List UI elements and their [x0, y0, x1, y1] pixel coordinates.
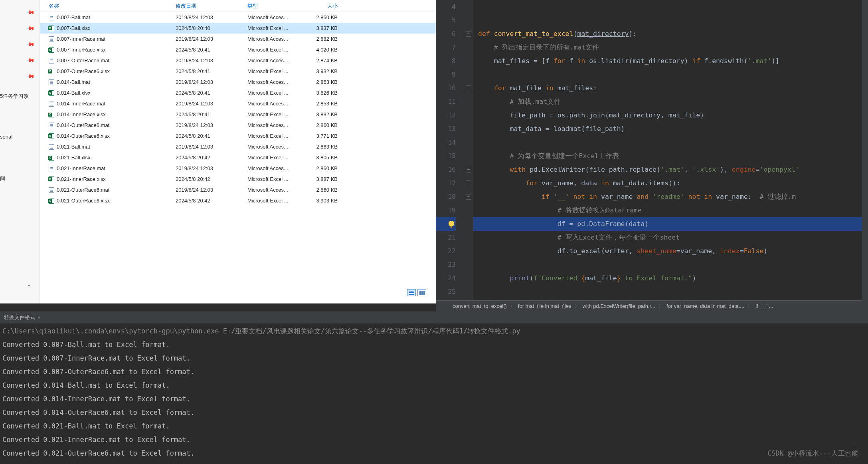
file-row[interactable]: 0.014-InnerRace.xlsx2024/5/8 20:41Micros…	[40, 109, 436, 120]
file-size: 3,832 KB	[306, 111, 345, 117]
excel-icon	[49, 26, 57, 31]
file-type: Microsoft Excel ...	[247, 25, 306, 31]
breadcrumb-item[interactable]: for mat_file in mat_files	[512, 303, 577, 309]
file-row[interactable]: 0.021-InnerRace.mat2019/8/24 12:03Micros…	[40, 163, 436, 174]
file-name: 0.021-InnerRace.mat	[57, 165, 176, 171]
code-line[interactable]: # 加载.mat文件	[473, 95, 868, 109]
table-icon	[49, 166, 57, 171]
view-icons-button[interactable]	[417, 289, 426, 296]
pin-icon: 📌	[26, 71, 35, 80]
file-row[interactable]: 0.021-Ball.mat2019/8/24 12:03Microsoft A…	[40, 141, 436, 152]
code-line[interactable]: df = pd.DataFrame(data)	[473, 217, 868, 231]
line-number: 20	[436, 217, 456, 231]
file-row[interactable]: 0.014-OuterRace6.mat2019/8/24 12:03Micro…	[40, 120, 436, 131]
code-line[interactable]: with pd.ExcelWriter(file_path.replace('.…	[473, 163, 868, 176]
file-size: 2,860 KB	[306, 187, 345, 193]
file-row[interactable]: 0.014-Ball.xlsx2024/5/8 20:41Microsoft E…	[40, 87, 436, 98]
code-line[interactable]: if '__' not in var_name and 'readme' not…	[473, 190, 868, 204]
file-row[interactable]: 0.007-OuterRace6.mat2019/8/24 12:03Micro…	[40, 55, 436, 66]
fold-icon[interactable]: −	[466, 85, 471, 91]
excel-icon	[49, 69, 57, 74]
code-area[interactable]: 45678910111213141516171819202122232425 −…	[436, 0, 868, 300]
table-icon	[49, 58, 57, 63]
file-type: Microsoft Excel ...	[247, 133, 306, 139]
fold-icon[interactable]: −	[466, 194, 471, 200]
chevron-down-icon[interactable]: ⌄	[27, 281, 32, 288]
terminal-line: Converted 0.021-Ball.mat to Excel format…	[2, 419, 866, 433]
code-line[interactable]: print(f"Converted {mat_file} to Excel fo…	[473, 272, 868, 285]
code-line[interactable]	[473, 285, 868, 299]
file-name: 0.014-InnerRace.mat	[57, 101, 176, 107]
sidebar-item-label[interactable]: 间	[0, 175, 5, 182]
code-line[interactable]: file_path = os.path.join(mat_directory, …	[473, 109, 868, 122]
scrollbar[interactable]	[862, 0, 868, 311]
code-line[interactable]: # 将数据转换为DataFrame	[473, 204, 868, 217]
pin-icon: 📌	[26, 55, 35, 64]
file-date: 2019/8/24 12:03	[176, 165, 247, 171]
column-name[interactable]: 名称	[49, 2, 176, 10]
line-number: 7	[436, 41, 456, 54]
terminal-output[interactable]: C:\Users\qiaolikui\.conda\envs\pytorch-g…	[0, 323, 868, 461]
file-row[interactable]: 0.007-Ball.mat2019/8/24 12:03Microsoft A…	[40, 12, 436, 23]
code-line[interactable]: for mat_file in mat_files:	[473, 81, 868, 95]
table-icon	[49, 123, 57, 128]
code-line[interactable]: # 为每个变量创建一个Excel工作表	[473, 149, 868, 163]
file-name: 0.007-Ball.xlsx	[57, 25, 176, 31]
file-row[interactable]: 0.007-Ball.xlsx2024/5/8 20:40Microsoft E…	[40, 23, 436, 34]
line-number: 14	[436, 136, 456, 149]
breadcrumb-item[interactable]: for var_name, data in mat_data....	[661, 303, 750, 309]
line-number: 5	[436, 14, 456, 27]
code-line[interactable]: df.to_excel(writer, sheet_name=var_name,…	[473, 244, 868, 258]
column-size[interactable]: 大小	[306, 2, 345, 10]
terminal-tab[interactable]: 转换文件格式 ×	[0, 311, 45, 324]
file-type: Microsoft Acces...	[247, 144, 306, 150]
file-row[interactable]: 0.014-OuterRace6.xlsx2024/5/8 20:41Micro…	[40, 131, 436, 141]
code-line[interactable]: mat_data = loadmat(file_path)	[473, 122, 868, 136]
file-name: 0.014-InnerRace.xlsx	[57, 111, 176, 117]
column-date[interactable]: 修改日期	[176, 2, 247, 10]
code-line[interactable]: # 写入Excel文件，每个变量一个sheet	[473, 231, 868, 244]
code-line[interactable]	[473, 136, 868, 149]
view-details-button[interactable]	[407, 289, 416, 296]
column-type[interactable]: 类型	[247, 2, 306, 10]
code-line[interactable]: mat_files = [f for f in os.listdir(mat_d…	[473, 54, 868, 68]
sidebar-item-label[interactable]: sonal	[0, 134, 12, 140]
close-icon[interactable]: ×	[38, 311, 41, 324]
code-lines[interactable]: def convert_mat_to_excel(mat_directory):…	[473, 0, 868, 300]
code-line[interactable]	[473, 68, 868, 81]
file-list-header: 名称 修改日期 类型 大小	[40, 0, 436, 12]
line-number: 21	[436, 231, 456, 244]
file-type: Microsoft Acces...	[247, 79, 306, 85]
fold-icon[interactable]: −	[466, 167, 471, 173]
file-date: 2019/8/24 12:03	[176, 122, 247, 128]
code-line[interactable]	[473, 0, 868, 14]
terminal-line: Converted 0.021-OuterRace6.mat to Excel …	[2, 446, 866, 460]
code-line[interactable]: # 列出指定目录下的所有.mat文件	[473, 41, 868, 54]
file-row[interactable]: 0.021-OuterRace6.mat2019/8/24 12:03Micro…	[40, 184, 436, 195]
file-row[interactable]: 0.007-InnerRace.xlsx2024/5/8 20:41Micros…	[40, 44, 436, 55]
file-row[interactable]: 0.014-Ball.mat2019/8/24 12:03Microsoft A…	[40, 77, 436, 87]
file-type: Microsoft Acces...	[247, 36, 306, 42]
file-row[interactable]: 0.021-OuterRace6.xlsx2024/5/8 20:42Micro…	[40, 195, 436, 206]
file-size: 2,860 KB	[306, 165, 345, 171]
lightbulb-icon[interactable]	[449, 221, 454, 226]
file-type: Microsoft Acces...	[247, 122, 306, 128]
file-size: 2,882 KB	[306, 36, 345, 42]
sidebar-item-label[interactable]: 5任务学习改	[0, 93, 29, 100]
code-line[interactable]: def convert_mat_to_excel(mat_directory):	[473, 27, 868, 41]
file-name: 0.014-Ball.mat	[57, 79, 176, 85]
code-line[interactable]	[473, 258, 868, 272]
file-list[interactable]: 0.007-Ball.mat2019/8/24 12:03Microsoft A…	[40, 12, 436, 303]
file-row[interactable]: 0.021-InnerRace.xlsx2024/5/8 20:42Micros…	[40, 174, 436, 184]
fold-icon[interactable]: −	[466, 180, 471, 186]
breadcrumb-item[interactable]: if '__' ...	[750, 303, 779, 309]
file-row[interactable]: 0.007-InnerRace.mat2019/8/24 12:03Micros…	[40, 34, 436, 44]
breadcrumb-item[interactable]: convert_mat_to_excel()	[447, 303, 512, 309]
breadcrumb-item[interactable]: with pd.ExcelWriter(file_path.r...	[577, 303, 661, 309]
code-line[interactable]	[473, 14, 868, 27]
code-line[interactable]: for var_name, data in mat_data.items():	[473, 176, 868, 190]
file-row[interactable]: 0.021-Ball.xlsx2024/5/8 20:42Microsoft E…	[40, 152, 436, 163]
file-row[interactable]: 0.007-OuterRace6.xlsx2024/5/8 20:41Micro…	[40, 66, 436, 77]
file-row[interactable]: 0.014-InnerRace.mat2019/8/24 12:03Micros…	[40, 98, 436, 109]
fold-icon[interactable]: −	[466, 31, 471, 37]
